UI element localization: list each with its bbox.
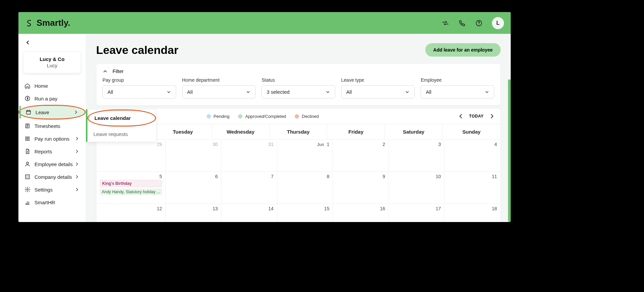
calendar-date: 30: [213, 142, 218, 147]
calendar-date: 13: [213, 206, 218, 211]
calendar-cell[interactable]: 9: [333, 172, 389, 204]
svg-rect-4: [25, 137, 26, 138]
today-button[interactable]: TODAY: [469, 114, 484, 119]
svg-rect-7: [25, 138, 26, 139]
calendar-date: 5: [159, 174, 162, 179]
sidebar-item-pay-run-options[interactable]: Pay run options: [18, 132, 86, 145]
svg-rect-12: [28, 140, 29, 141]
sidebar-item-company-details[interactable]: Company details: [18, 170, 86, 183]
calendar-date: 4: [494, 142, 497, 147]
help-icon[interactable]: [475, 19, 483, 27]
sidebar-item-employee-details[interactable]: Employee details: [18, 158, 86, 170]
calendar-icon: [25, 109, 31, 115]
calendar-cell[interactable]: 15: [277, 204, 333, 222]
calendar-cell[interactable]: 6: [166, 172, 222, 204]
sidebar-item-timesheets[interactable]: Timesheets: [18, 120, 86, 132]
svg-point-13: [26, 162, 28, 164]
sidebar-item-label: Settings: [34, 187, 53, 193]
submenu-item-leave-calendar[interactable]: Leave calendar: [87, 110, 156, 127]
legend-approved: Approved/Completed: [238, 114, 286, 119]
filter-select-employee[interactable]: All: [421, 85, 494, 98]
calendar-cell[interactable]: 10: [389, 172, 445, 204]
calendar-cell[interactable]: 30: [166, 140, 222, 172]
calendar-cell[interactable]: 2: [333, 140, 389, 172]
chevron-right-icon: [73, 110, 79, 115]
calendar-cell[interactable]: 13: [166, 204, 222, 222]
weekday-label: Sunday: [443, 124, 500, 140]
sidebar-item-run-a-pay[interactable]: Run a pay: [18, 92, 86, 105]
calendar-toolbar: WEEK MONTH Pending Approved/Completed De…: [96, 108, 500, 124]
calendar-date: 10: [436, 174, 441, 179]
calendar-date: 15: [324, 206, 330, 211]
sidebar: Lucy & Co Lucy HomeRun a payLeaveTimeshe…: [18, 34, 86, 222]
sidebar-item-home[interactable]: Home: [18, 79, 86, 92]
calendar-cell[interactable]: 29: [96, 140, 166, 172]
prev-button[interactable]: [458, 113, 464, 119]
dot-declined-icon: [295, 114, 299, 119]
chevron-right-icon: [74, 161, 80, 167]
chevron-down-icon: [485, 90, 489, 94]
chart-icon: [24, 199, 30, 205]
filter-select-home-department[interactable]: All: [182, 85, 256, 98]
calendar-cell[interactable]: 4: [444, 140, 500, 172]
avatar-button[interactable]: L: [492, 17, 504, 29]
next-button[interactable]: [489, 113, 495, 119]
filter-select-leave-type[interactable]: All: [341, 85, 415, 98]
calendar-cell[interactable]: 12: [96, 204, 166, 222]
home-icon: [24, 83, 30, 89]
calendar-cell[interactable]: Jun1: [277, 140, 333, 172]
filter-select-pay-group[interactable]: All: [102, 85, 176, 98]
calendar-event[interactable]: King's Birthday: [100, 180, 162, 187]
calendar-date: 6: [215, 174, 218, 179]
calendar-cell[interactable]: 7: [221, 172, 277, 204]
sidebar-item-smarthr[interactable]: SmartHR: [18, 196, 86, 209]
calendar-cell[interactable]: 14: [221, 204, 277, 222]
filter-label: Filter: [113, 68, 124, 74]
svg-rect-2: [26, 111, 30, 114]
calendar-date: 14: [268, 206, 274, 211]
filter-label-home-department: Home department: [182, 77, 256, 83]
filter-toggle[interactable]: Filter: [102, 68, 494, 74]
calendar-date: 12: [157, 206, 162, 211]
sidebar-item-leave[interactable]: Leave: [18, 105, 86, 120]
page-title: Leave calendar: [96, 44, 178, 57]
sidebar-item-label: Home: [34, 83, 48, 89]
gear-icon: [24, 187, 30, 193]
calendar-cell[interactable]: 16: [333, 204, 389, 222]
chevron-down-icon: [166, 90, 171, 94]
calendar-cell[interactable]: 11: [444, 172, 500, 204]
chevron-right-icon: [74, 174, 80, 179]
sidebar-item-settings[interactable]: Settings: [18, 183, 86, 196]
chevron-up-icon: [102, 69, 108, 74]
calendar-cell[interactable]: 17: [389, 204, 445, 222]
legend-declined: Declined: [295, 114, 319, 119]
calendar-date: 31: [268, 142, 274, 147]
calendar-cell[interactable]: 5King's BirthdayAndy Handy, Statutory ho…: [96, 172, 166, 204]
svg-rect-6: [28, 137, 29, 138]
report-icon: [24, 148, 30, 154]
calendar-date: 18: [492, 206, 497, 211]
app-header: Smartly. L: [18, 12, 511, 34]
sidebar-item-label: Timesheets: [34, 123, 60, 129]
add-leave-button[interactable]: Add leave for an employee: [425, 43, 501, 57]
chevron-right-icon: [74, 149, 80, 154]
filter-select-status[interactable]: 3 selected: [262, 85, 335, 98]
sidebar-item-reports[interactable]: Reports: [18, 145, 86, 158]
sidebar-item-label: Pay run options: [34, 136, 69, 142]
svg-rect-11: [27, 140, 28, 141]
calendar-date: 8: [327, 174, 330, 179]
submenu-item-leave-requests[interactable]: Leave requests: [87, 127, 156, 142]
calendar-date: 11: [492, 174, 497, 179]
phone-icon[interactable]: [458, 19, 466, 27]
back-button[interactable]: [18, 37, 86, 49]
filter-label-leave-type: Leave type: [341, 77, 415, 83]
chevron-down-icon: [326, 90, 330, 94]
calendar-cell[interactable]: 31: [221, 140, 277, 172]
swap-icon[interactable]: [442, 19, 449, 27]
chevron-down-icon: [246, 90, 251, 94]
chevron-down-icon: [405, 90, 410, 94]
calendar-event[interactable]: Andy Handy, Statutory holiday ...: [100, 189, 162, 195]
calendar-cell[interactable]: 8: [277, 172, 333, 204]
calendar-cell[interactable]: 18: [444, 204, 500, 222]
calendar-cell[interactable]: 3: [389, 140, 445, 172]
